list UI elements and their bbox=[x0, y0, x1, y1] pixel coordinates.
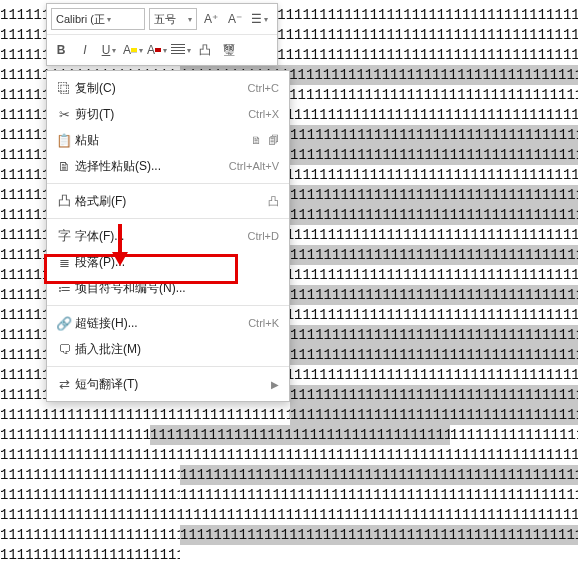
shrink-font-button[interactable]: A⁻ bbox=[225, 9, 245, 29]
chevron-right-icon: ▶ bbox=[271, 379, 279, 390]
paste-icon: 📋 bbox=[53, 133, 75, 148]
chevron-down-icon: ▾ bbox=[163, 46, 167, 55]
highlight-icon: A bbox=[123, 43, 131, 57]
menu-separator bbox=[47, 305, 289, 306]
paragraph-icon: ≣ bbox=[53, 255, 75, 270]
translate-icon: ⇄ bbox=[53, 377, 75, 392]
menu-item-shortcut: Ctrl+C bbox=[248, 82, 279, 94]
italic-button[interactable]: I bbox=[75, 40, 95, 60]
font-color-icon: A bbox=[147, 43, 155, 57]
indent-icon: 凸 bbox=[199, 42, 211, 59]
text-line: 1111111111111111111111111111111111111111… bbox=[0, 465, 578, 485]
paste-special-icon: 🗎 bbox=[53, 159, 75, 174]
menu-item[interactable]: ⇄短句翻译(T)▶ bbox=[47, 371, 289, 397]
paste-text-icon[interactable]: 🗐 bbox=[268, 134, 279, 146]
underline-button[interactable]: U▾ bbox=[99, 40, 119, 60]
comment-icon: 🗨 bbox=[53, 342, 75, 357]
font-size-combo[interactable]: 五号 ▾ bbox=[149, 8, 197, 30]
menu-item-label: 格式刷(F) bbox=[75, 193, 268, 210]
text-line: 1111111111111111111111111111111111111111… bbox=[0, 525, 578, 545]
font-color-button[interactable]: A▾ bbox=[147, 40, 167, 60]
chevron-down-icon: ▾ bbox=[112, 46, 116, 55]
menu-item-shortcut: Ctrl+D bbox=[248, 230, 279, 242]
format-painter-icon: 璽 bbox=[223, 42, 235, 59]
cut-icon: ✂ bbox=[53, 107, 75, 122]
menu-item-label: 超链接(H)... bbox=[75, 315, 248, 332]
align-button[interactable]: ▾ bbox=[171, 40, 191, 60]
menu-item[interactable]: 🗨插入批注(M) bbox=[47, 336, 289, 362]
menu-item[interactable]: ≣段落(P)... bbox=[47, 249, 289, 275]
menu-item-label: 剪切(T) bbox=[75, 106, 248, 123]
menu-item-shortcut: Ctrl+X bbox=[248, 108, 279, 120]
bold-button[interactable]: B bbox=[51, 40, 71, 60]
align-icon bbox=[171, 44, 185, 56]
menu-item-label: 短句翻译(T) bbox=[75, 376, 265, 393]
menu-item[interactable]: 🔗超链接(H)...Ctrl+K bbox=[47, 310, 289, 336]
font-name-combo[interactable]: Calibri (正 ▾ bbox=[51, 8, 145, 30]
grow-font-button[interactable]: A⁺ bbox=[201, 9, 221, 29]
document-area: 1111111111111111111111111111111111111111… bbox=[0, 0, 578, 571]
paste-special-icon[interactable]: 🗎 bbox=[251, 134, 262, 146]
menu-item-label: 段落(P)... bbox=[75, 254, 279, 271]
line-spacing-icon: ☰ bbox=[251, 12, 262, 26]
indent-button[interactable]: 凸 bbox=[195, 40, 215, 60]
menu-item[interactable]: 凸格式刷(F)凸 bbox=[47, 188, 289, 214]
chevron-down-icon: ▾ bbox=[188, 15, 192, 24]
chevron-down-icon: ▾ bbox=[187, 46, 191, 55]
menu-item-label: 选择性粘贴(S)... bbox=[75, 158, 229, 175]
text-line: 1111111111111111111111111111111111111111… bbox=[0, 545, 578, 565]
text-line: 1111111111111111111111111111111111111111… bbox=[0, 485, 578, 505]
menu-item[interactable]: 📋粘贴🗎🗐 bbox=[47, 127, 289, 153]
text-line: 1111111111111111111111111111111111111111… bbox=[0, 445, 578, 465]
menu-item-label: 项目符号和编号(N)... bbox=[75, 280, 279, 297]
highlight-color-button[interactable]: A▾ bbox=[123, 40, 143, 60]
hyperlink-icon: 🔗 bbox=[53, 316, 75, 331]
text-line: 1111111111111111111111111111111111111111… bbox=[0, 505, 578, 525]
line-spacing-button[interactable]: ☰▾ bbox=[249, 9, 269, 29]
menu-item-shortcut: Ctrl+Alt+V bbox=[229, 160, 279, 172]
format-painter-icon[interactable]: 凸 bbox=[268, 194, 279, 209]
list-icon: ≔ bbox=[53, 281, 75, 296]
context-menu: ⿻复制(C)Ctrl+C✂剪切(T)Ctrl+X📋粘贴🗎🗐🗎选择性粘贴(S)..… bbox=[46, 70, 290, 402]
font-name-value: Calibri (正 bbox=[56, 12, 105, 27]
text-line: 1111111111111111111111111111111111111111… bbox=[0, 425, 578, 445]
copy-icon: ⿻ bbox=[53, 81, 75, 96]
menu-item[interactable]: 字字体(F)...Ctrl+D bbox=[47, 223, 289, 249]
chevron-down-icon: ▾ bbox=[264, 15, 268, 24]
chevron-down-icon: ▾ bbox=[107, 15, 111, 24]
format-painter-icon: 凸 bbox=[53, 192, 75, 210]
menu-item[interactable]: ≔项目符号和编号(N)... bbox=[47, 275, 289, 301]
format-painter-button[interactable]: 璽 bbox=[219, 40, 239, 60]
menu-item-label: 插入批注(M) bbox=[75, 341, 279, 358]
text-line: 1111111111111111111111111111111111111111… bbox=[0, 405, 578, 425]
menu-item-label: 字体(F)... bbox=[75, 228, 248, 245]
menu-item-label: 复制(C) bbox=[75, 80, 248, 97]
menu-separator bbox=[47, 218, 289, 219]
font-icon: 字 bbox=[53, 227, 75, 245]
menu-item[interactable]: ✂剪切(T)Ctrl+X bbox=[47, 101, 289, 127]
chevron-down-icon: ▾ bbox=[139, 46, 143, 55]
mini-toolbar: Calibri (正 ▾ 五号 ▾ A⁺ A⁻ ☰▾ B I U▾ A▾ A▾ bbox=[46, 3, 278, 66]
menu-item-shortcut: Ctrl+K bbox=[248, 317, 279, 329]
menu-item[interactable]: ⿻复制(C)Ctrl+C bbox=[47, 75, 289, 101]
font-size-value: 五号 bbox=[154, 12, 176, 27]
menu-separator bbox=[47, 183, 289, 184]
menu-separator bbox=[47, 366, 289, 367]
menu-item[interactable]: 🗎选择性粘贴(S)...Ctrl+Alt+V bbox=[47, 153, 289, 179]
menu-item-label: 粘贴 bbox=[75, 132, 251, 149]
